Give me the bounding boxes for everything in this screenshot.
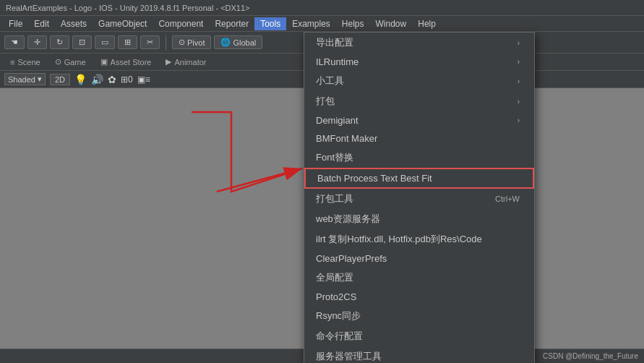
pivot-icon: ⊙ [179,38,185,47]
dropdown-item-label-0: 导出配置 [316,36,353,49]
tab-game[interactable]: ⊙ Game [48,55,93,69]
dropdown-item-label-8: 打包工具 [316,192,353,205]
tab-animator-icon: ▶ [166,57,171,67]
shading-arrow-icon: ▾ [38,74,42,84]
fx-icon[interactable]: ✿ [108,74,116,85]
menu-item-window[interactable]: Window [370,17,413,30]
dropdown-item-2[interactable]: 小工具› [304,71,534,91]
submenu-arrow-icon-2: › [518,77,520,85]
dropdown-item-13[interactable]: Proto2CS [304,288,534,306]
dropdown-item-label-1: ILRuntime [316,56,359,67]
dropdown-item-label-10: ilrt 复制Hotfix.dll, Hotfix.pdb到Res\Code [316,233,482,246]
light-icon[interactable]: 💡 [74,74,87,85]
global-button[interactable]: 🌐 Global [214,35,262,49]
dropdown-item-label-12: 全局配置 [316,271,353,284]
tab-animator[interactable]: ▶ Animator [158,55,213,69]
gizmos-icon[interactable]: ⊞0 [121,74,133,85]
dropdown-item-label-5: BMFont Maker [316,133,377,144]
pivot-label: Pivot [187,38,205,47]
mode-2d-button[interactable]: 2D [50,74,70,85]
menu-item-help[interactable]: Help [412,17,442,30]
tab-scene-label: Scene [17,58,40,67]
menu-item-assets[interactable]: Assets [55,17,93,30]
dropdown-item-7[interactable]: Batch Process Text Best Fit [304,168,534,189]
dropdown-item-15[interactable]: 命令行配置 [304,326,534,346]
shading-select[interactable]: Shaded ▾ [4,73,46,85]
dropdown-item-label-13: Proto2CS [316,291,356,302]
submenu-arrow-icon-0: › [518,39,520,47]
title-text: RealArtExamples - Logo - IOS - Unity 201… [6,4,250,12]
toolbar-hand[interactable]: ☚ [4,35,25,49]
title-bar: RealArtExamples - Logo - IOS - Unity 201… [0,0,644,16]
global-label: Global [233,38,256,47]
dropdown-item-14[interactable]: Rsync同步 [304,306,534,326]
submenu-arrow-icon-3: › [518,98,520,106]
dropdown-item-3[interactable]: 打包› [304,91,534,111]
dropdown-item-label-14: Rsync同步 [316,309,361,323]
menu-item-tools[interactable]: Tools [254,17,286,30]
dropdown-item-1[interactable]: ILRuntime› [304,53,534,71]
dropdown-item-label-3: 打包 [316,95,335,108]
menu-item-component[interactable]: Component [153,17,209,30]
dropdown-item-6[interactable]: Font替换 [304,148,534,168]
dropdown-item-11[interactable]: ClearPlayerPrefs [304,249,534,268]
tab-asset-store[interactable]: ▣ Asset Store [93,55,159,69]
audio-icon[interactable]: 🔊 [91,74,103,85]
tab-game-label: Game [64,58,86,67]
dropdown-item-label-11: ClearPlayerPrefs [316,253,387,264]
dropdown-item-16[interactable]: 服务器管理工具 [304,346,534,363]
dropdown-item-label-4: Demigiant [316,115,359,126]
menu-item-examples[interactable]: Examples [286,17,336,30]
dropdown-item-label-7: Batch Process Text Best Fit [317,173,432,184]
dropdown-item-label-2: 小工具 [316,74,344,87]
dropdown-item-label-9: web资源服务器 [316,213,380,226]
pivot-button[interactable]: ⊙ Pivot [172,35,211,49]
dropdown-item-8[interactable]: 打包工具Ctrl+W [304,189,534,209]
dropdown-item-label-6: Font替换 [316,151,353,164]
tab-asset-store-icon: ▣ [100,57,108,67]
menu-item-reporter[interactable]: Reporter [209,17,254,30]
shading-label: Shaded [8,75,35,84]
dropdown-item-5[interactable]: BMFont Maker [304,129,534,148]
tools-dropdown-menu: 导出配置›ILRuntime›小工具›打包›Demigiant›BMFont M… [304,32,535,363]
dropdown-item-9[interactable]: web资源服务器 [304,209,534,229]
overlay-icon[interactable]: ▣≡ [137,74,150,85]
tab-scene-icon: ≡ [10,58,14,67]
dropdown-item-12[interactable]: 全局配置 [304,268,534,288]
toolbar-scale[interactable]: ⊡ [72,35,92,49]
status-text: CSDN @Defining_the_Future [543,352,638,360]
tab-game-icon: ⊙ [55,57,61,67]
toolbar-rotate[interactable]: ↻ [50,35,69,49]
tab-asset-store-label: Asset Store [111,58,152,67]
dropdown-item-4[interactable]: Demigiant› [304,111,534,129]
submenu-arrow-icon-4: › [518,116,520,124]
submenu-arrow-icon-1: › [518,58,520,66]
global-icon: 🌐 [220,38,231,47]
dropdown-item-0[interactable]: 导出配置› [304,33,534,53]
menu-bar: File Edit Assets GameObject Component Re… [0,16,644,32]
tab-animator-label: Animator [174,58,206,67]
menu-item-file[interactable]: File [3,17,28,30]
menu-item-edit[interactable]: Edit [28,17,55,30]
dropdown-item-10[interactable]: ilrt 复制Hotfix.dll, Hotfix.pdb到Res\Code [304,229,534,249]
toolbar-extra[interactable]: ✂ [140,35,160,49]
toolbar-transform[interactable]: ⊞ [118,35,137,49]
menu-item-gameobject[interactable]: GameObject [93,17,153,30]
shortcut-label-8: Ctrl+W [495,195,520,203]
dropdown-item-label-15: 命令行配置 [316,330,363,343]
tab-scene[interactable]: ≡ Scene [3,56,48,69]
toolbar-separator-1 [166,35,166,50]
dropdown-item-label-16: 服务器管理工具 [316,350,382,363]
toolbar-rect[interactable]: ▭ [95,35,115,49]
menu-item-helps[interactable]: Helps [336,17,370,30]
toolbar-move[interactable]: ✛ [27,35,47,49]
